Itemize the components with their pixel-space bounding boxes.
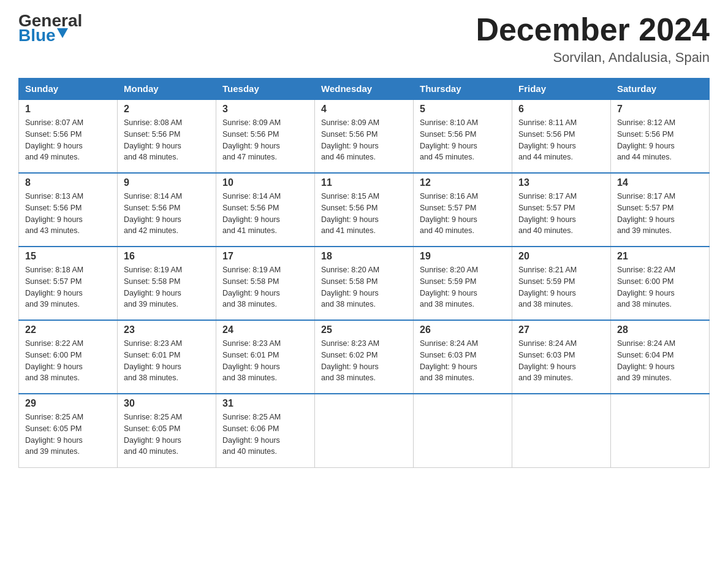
day-number: 17 <box>222 251 308 262</box>
week-row-4: 22 Sunrise: 8:22 AMSunset: 6:00 PMDaylig… <box>19 320 710 394</box>
day-number: 12 <box>420 177 506 188</box>
svg-marker-0 <box>57 28 68 38</box>
day-info: Sunrise: 8:08 AMSunset: 5:56 PMDaylight:… <box>124 117 210 163</box>
day-cell: 12 Sunrise: 8:16 AMSunset: 5:57 PMDaylig… <box>414 173 512 247</box>
day-number: 13 <box>518 177 604 188</box>
day-number: 3 <box>222 104 308 115</box>
day-number: 1 <box>25 104 111 115</box>
day-info: Sunrise: 8:22 AMSunset: 6:00 PMDaylight:… <box>25 338 111 384</box>
day-info: Sunrise: 8:25 AMSunset: 6:05 PMDaylight:… <box>124 412 210 458</box>
day-cell: 24 Sunrise: 8:23 AMSunset: 6:01 PMDaylig… <box>216 320 315 394</box>
day-number: 28 <box>617 324 703 335</box>
day-number: 2 <box>124 104 210 115</box>
day-info: Sunrise: 8:23 AMSunset: 6:01 PMDaylight:… <box>222 338 308 384</box>
calendar-title-block: December 2024 Sorvilan, Andalusia, Spain <box>476 12 710 66</box>
header-cell-wednesday: Wednesday <box>315 79 414 100</box>
day-number: 10 <box>222 177 308 188</box>
day-cell: 7 Sunrise: 8:12 AMSunset: 5:56 PMDayligh… <box>611 99 710 173</box>
day-info: Sunrise: 8:24 AMSunset: 6:03 PMDaylight:… <box>518 338 604 384</box>
day-info: Sunrise: 8:21 AMSunset: 5:59 PMDaylight:… <box>518 264 604 310</box>
day-cell: 30 Sunrise: 8:25 AMSunset: 6:05 PMDaylig… <box>118 394 216 467</box>
week-row-1: 1 Sunrise: 8:07 AMSunset: 5:56 PMDayligh… <box>19 99 710 173</box>
day-info: Sunrise: 8:13 AMSunset: 5:56 PMDaylight:… <box>25 191 111 237</box>
day-info: Sunrise: 8:20 AMSunset: 5:59 PMDaylight:… <box>420 264 506 310</box>
day-info: Sunrise: 8:20 AMSunset: 5:58 PMDaylight:… <box>321 264 407 310</box>
calendar-table: SundayMondayTuesdayWednesdayThursdayFrid… <box>18 78 710 468</box>
day-info: Sunrise: 8:15 AMSunset: 5:56 PMDaylight:… <box>321 191 407 237</box>
day-cell: 25 Sunrise: 8:23 AMSunset: 6:02 PMDaylig… <box>315 320 414 394</box>
day-cell: 31 Sunrise: 8:25 AMSunset: 6:06 PMDaylig… <box>216 394 315 467</box>
day-number: 5 <box>420 104 506 115</box>
calendar-body: 1 Sunrise: 8:07 AMSunset: 5:56 PMDayligh… <box>19 99 710 467</box>
day-number: 14 <box>617 177 703 188</box>
day-info: Sunrise: 8:17 AMSunset: 5:57 PMDaylight:… <box>617 191 703 237</box>
day-number: 26 <box>420 324 506 335</box>
day-cell: 19 Sunrise: 8:20 AMSunset: 5:59 PMDaylig… <box>414 247 512 320</box>
day-cell: 15 Sunrise: 8:18 AMSunset: 5:57 PMDaylig… <box>19 247 118 320</box>
day-cell: 11 Sunrise: 8:15 AMSunset: 5:56 PMDaylig… <box>315 173 414 247</box>
day-number: 19 <box>420 251 506 262</box>
page-header: General Blue December 2024 Sorvilan, And… <box>18 12 710 66</box>
day-info: Sunrise: 8:23 AMSunset: 6:01 PMDaylight:… <box>124 338 210 384</box>
header-cell-thursday: Thursday <box>414 79 512 100</box>
day-cell: 27 Sunrise: 8:24 AMSunset: 6:03 PMDaylig… <box>512 320 611 394</box>
day-info: Sunrise: 8:14 AMSunset: 5:56 PMDaylight:… <box>222 191 308 237</box>
day-info: Sunrise: 8:22 AMSunset: 6:00 PMDaylight:… <box>617 264 703 310</box>
day-number: 11 <box>321 177 407 188</box>
day-number: 23 <box>124 324 210 335</box>
day-cell: 22 Sunrise: 8:22 AMSunset: 6:00 PMDaylig… <box>19 320 118 394</box>
day-number: 30 <box>124 398 210 409</box>
day-number: 21 <box>617 251 703 262</box>
day-cell: 29 Sunrise: 8:25 AMSunset: 6:05 PMDaylig… <box>19 394 118 467</box>
day-cell: 18 Sunrise: 8:20 AMSunset: 5:58 PMDaylig… <box>315 247 414 320</box>
day-info: Sunrise: 8:25 AMSunset: 6:06 PMDaylight:… <box>222 412 308 458</box>
day-info: Sunrise: 8:25 AMSunset: 6:05 PMDaylight:… <box>25 412 111 458</box>
day-info: Sunrise: 8:19 AMSunset: 5:58 PMDaylight:… <box>124 264 210 310</box>
day-number: 27 <box>518 324 604 335</box>
day-cell: 16 Sunrise: 8:19 AMSunset: 5:58 PMDaylig… <box>118 247 216 320</box>
logo-arrow-icon <box>57 28 68 40</box>
day-number: 8 <box>25 177 111 188</box>
day-number: 15 <box>25 251 111 262</box>
day-cell <box>414 394 512 467</box>
week-row-2: 8 Sunrise: 8:13 AMSunset: 5:56 PMDayligh… <box>19 173 710 247</box>
month-title: December 2024 <box>476 12 710 47</box>
day-cell: 8 Sunrise: 8:13 AMSunset: 5:56 PMDayligh… <box>19 173 118 247</box>
day-info: Sunrise: 8:12 AMSunset: 5:56 PMDaylight:… <box>617 117 703 163</box>
day-cell <box>315 394 414 467</box>
day-info: Sunrise: 8:17 AMSunset: 5:57 PMDaylight:… <box>518 191 604 237</box>
calendar-header: SundayMondayTuesdayWednesdayThursdayFrid… <box>19 79 710 100</box>
day-number: 31 <box>222 398 308 409</box>
day-info: Sunrise: 8:10 AMSunset: 5:56 PMDaylight:… <box>420 117 506 163</box>
day-number: 6 <box>518 104 604 115</box>
day-number: 29 <box>25 398 111 409</box>
day-cell: 9 Sunrise: 8:14 AMSunset: 5:56 PMDayligh… <box>118 173 216 247</box>
header-cell-sunday: Sunday <box>19 79 118 100</box>
day-cell: 21 Sunrise: 8:22 AMSunset: 6:00 PMDaylig… <box>611 247 710 320</box>
header-cell-monday: Monday <box>118 79 216 100</box>
location-text: Sorvilan, Andalusia, Spain <box>476 50 710 66</box>
day-cell: 4 Sunrise: 8:09 AMSunset: 5:56 PMDayligh… <box>315 99 414 173</box>
day-cell: 23 Sunrise: 8:23 AMSunset: 6:01 PMDaylig… <box>118 320 216 394</box>
day-number: 24 <box>222 324 308 335</box>
day-info: Sunrise: 8:24 AMSunset: 6:03 PMDaylight:… <box>420 338 506 384</box>
day-cell: 5 Sunrise: 8:10 AMSunset: 5:56 PMDayligh… <box>414 99 512 173</box>
day-number: 18 <box>321 251 407 262</box>
day-number: 22 <box>25 324 111 335</box>
day-cell <box>512 394 611 467</box>
day-cell: 1 Sunrise: 8:07 AMSunset: 5:56 PMDayligh… <box>19 99 118 173</box>
day-cell: 2 Sunrise: 8:08 AMSunset: 5:56 PMDayligh… <box>118 99 216 173</box>
logo-blue-text: Blue <box>18 27 56 44</box>
day-info: Sunrise: 8:07 AMSunset: 5:56 PMDaylight:… <box>25 117 111 163</box>
logo: General Blue <box>18 12 90 44</box>
header-cell-saturday: Saturday <box>611 79 710 100</box>
day-info: Sunrise: 8:23 AMSunset: 6:02 PMDaylight:… <box>321 338 407 384</box>
day-info: Sunrise: 8:09 AMSunset: 5:56 PMDaylight:… <box>222 117 308 163</box>
week-row-5: 29 Sunrise: 8:25 AMSunset: 6:05 PMDaylig… <box>19 394 710 467</box>
day-cell: 28 Sunrise: 8:24 AMSunset: 6:04 PMDaylig… <box>611 320 710 394</box>
week-row-3: 15 Sunrise: 8:18 AMSunset: 5:57 PMDaylig… <box>19 247 710 320</box>
day-info: Sunrise: 8:24 AMSunset: 6:04 PMDaylight:… <box>617 338 703 384</box>
day-number: 20 <box>518 251 604 262</box>
day-info: Sunrise: 8:09 AMSunset: 5:56 PMDaylight:… <box>321 117 407 163</box>
day-cell <box>611 394 710 467</box>
